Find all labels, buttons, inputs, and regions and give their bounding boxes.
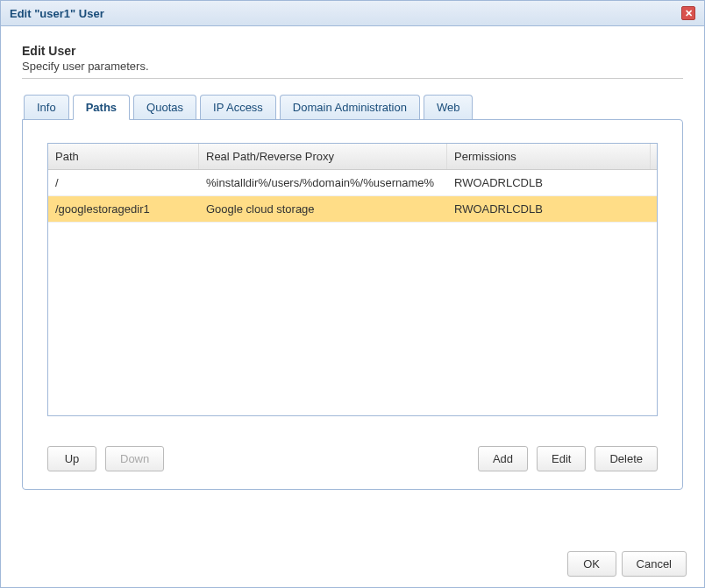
delete-button[interactable]: Delete: [595, 446, 658, 471]
tab-domain-admin[interactable]: Domain Administration: [280, 95, 420, 120]
cell-permissions: RWOADRLCDLB: [447, 170, 657, 195]
tab-paths[interactable]: Paths: [73, 95, 130, 120]
col-header-real-path[interactable]: Real Path/Reverse Proxy: [199, 144, 447, 169]
dialog-footer: OK Cancel: [567, 551, 687, 577]
close-icon[interactable]: ✕: [681, 6, 695, 20]
tab-web[interactable]: Web: [424, 95, 474, 120]
down-button[interactable]: Down: [105, 446, 164, 471]
cell-real-path: Google cloud storage: [199, 196, 447, 222]
tab-ip-access[interactable]: IP Access: [200, 95, 276, 120]
move-button-group: Up Down: [47, 446, 164, 471]
table-row[interactable]: /googlestoragedir1 Google cloud storage …: [48, 196, 657, 223]
tab-info[interactable]: Info: [24, 95, 69, 120]
tab-panel-paths: Path Real Path/Reverse Proxy Permissions…: [22, 119, 683, 490]
window-title: Edit "user1" User: [10, 7, 104, 20]
col-header-spacer: [651, 144, 657, 169]
cancel-button[interactable]: Cancel: [622, 551, 687, 577]
grid-button-bar: Up Down Add Edit Delete: [47, 446, 658, 471]
cell-real-path: %installdir%/users/%domain%/%username%: [199, 170, 447, 195]
tab-strip: Info Paths Quotas IP Access Domain Admin…: [22, 95, 683, 120]
table-row[interactable]: / %installdir%/users/%domain%/%username%…: [48, 170, 657, 196]
page-subtitle: Specify user parameters.: [22, 60, 683, 73]
cell-path: /googlestoragedir1: [48, 196, 199, 222]
ok-button[interactable]: OK: [567, 551, 616, 577]
edit-user-dialog: Edit "user1" User ✕ Edit User Specify us…: [0, 0, 705, 588]
paths-grid: Path Real Path/Reverse Proxy Permissions…: [47, 143, 658, 416]
page-title: Edit User: [22, 44, 683, 58]
titlebar: Edit "user1" User ✕: [1, 1, 704, 26]
header-section: Edit User Specify user parameters.: [22, 44, 683, 79]
cell-permissions: RWOADRLCDLB: [447, 196, 657, 222]
dialog-body: Edit User Specify user parameters. Info …: [1, 26, 704, 586]
col-header-permissions[interactable]: Permissions: [447, 144, 651, 169]
add-button[interactable]: Add: [478, 446, 528, 471]
grid-header: Path Real Path/Reverse Proxy Permissions: [48, 144, 657, 170]
crud-button-group: Add Edit Delete: [478, 446, 658, 471]
up-button[interactable]: Up: [47, 446, 96, 471]
col-header-path[interactable]: Path: [48, 144, 199, 169]
cell-path: /: [48, 170, 199, 195]
edit-button[interactable]: Edit: [537, 446, 586, 471]
tab-quotas[interactable]: Quotas: [133, 95, 196, 120]
